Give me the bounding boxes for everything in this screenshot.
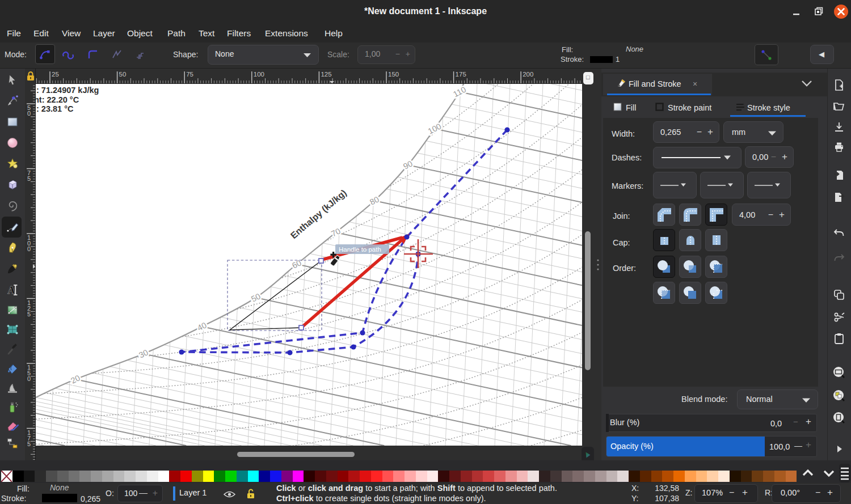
svg-text:100: 100 <box>427 121 443 135</box>
svg-text:110: 110 <box>452 85 467 99</box>
svg-text:: 71.24907 kJ/kg: : 71.24907 kJ/kg <box>36 86 99 95</box>
svg-text:20: 20 <box>69 373 82 386</box>
svg-text:5: 5 <box>27 441 31 447</box>
svg-text:50: 50 <box>119 71 127 78</box>
svg-text:A: A <box>7 284 15 296</box>
svg-text:150: 150 <box>388 71 399 78</box>
svg-text:175: 175 <box>456 71 466 78</box>
svg-text:25: 25 <box>52 71 59 78</box>
svg-text:30: 30 <box>137 348 150 360</box>
svg-text:: 23.81 °C: : 23.81 °C <box>36 104 74 113</box>
svg-text:0: 0 <box>27 375 31 382</box>
svg-text:0: 0 <box>27 245 31 252</box>
svg-text:ht: 22.20 °C: ht: 22.20 °C <box>36 95 79 104</box>
svg-text:5: 5 <box>27 175 31 182</box>
svg-text:75: 75 <box>186 71 193 78</box>
svg-text:5: 5 <box>27 311 31 317</box>
svg-text:0: 0 <box>27 110 31 117</box>
svg-text:200: 200 <box>523 71 533 78</box>
svg-text:Handle to path: Handle to path <box>339 246 381 253</box>
svg-text:50: 50 <box>250 291 262 304</box>
svg-text:125: 125 <box>321 71 331 78</box>
svg-text:40: 40 <box>196 320 208 333</box>
svg-text:100: 100 <box>254 71 264 78</box>
